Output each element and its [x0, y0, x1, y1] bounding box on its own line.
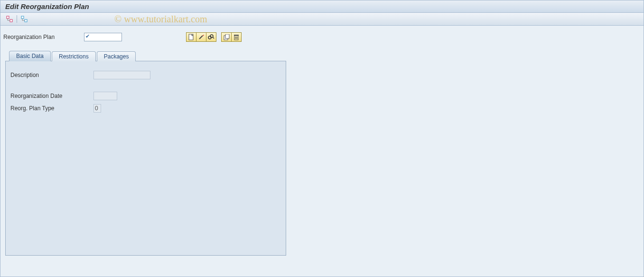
svg-rect-0 — [7, 16, 9, 19]
tabs: Basic Data Restrictions Packages — [9, 50, 641, 61]
app-toolbar: © www.tutorialkart.com — [0, 13, 644, 26]
type-field — [93, 104, 101, 113]
create-button[interactable] — [186, 32, 196, 42]
plan-input[interactable] — [84, 33, 122, 41]
tab-basic-data[interactable]: Basic Data — [9, 51, 51, 61]
svg-rect-20 — [234, 35, 239, 36]
type-row: Reorg. Plan Type — [10, 104, 281, 113]
date-label: Reorganization Date — [10, 93, 93, 99]
copy-button[interactable] — [221, 32, 232, 42]
tab-panel-basic-data: Description Reorganization Date Reorg. P… — [5, 61, 286, 256]
svg-rect-1 — [10, 19, 12, 22]
toolbar-separator — [17, 15, 17, 23]
description-field — [93, 71, 150, 79]
watermark-text: © www.tutorialkart.com — [114, 14, 207, 25]
description-row: Description — [10, 71, 281, 79]
svg-rect-5 — [25, 19, 27, 22]
plan-label: Reorganization Plan — [3, 34, 84, 40]
tab-packages[interactable]: Packages — [97, 51, 136, 61]
tab-restrictions[interactable]: Restrictions — [52, 51, 96, 61]
svg-rect-15 — [225, 34, 229, 38]
date-row: Reorganization Date — [10, 92, 281, 100]
hierarchy-expand-icon[interactable] — [4, 14, 15, 24]
hierarchy-collapse-icon[interactable] — [19, 14, 29, 24]
plan-row: Reorganization Plan ✔ — [3, 32, 641, 42]
delete-button[interactable] — [231, 32, 242, 42]
display-button[interactable] — [206, 32, 216, 42]
type-label: Reorg. Plan Type — [10, 105, 93, 112]
tabstrip: Basic Data Restrictions Packages Descrip… — [3, 50, 641, 256]
page-title: Edit Reorganization Plan — [0, 0, 644, 13]
svg-line-13 — [213, 37, 214, 38]
date-field — [93, 92, 117, 100]
action-button-strip — [186, 32, 242, 42]
svg-rect-4 — [21, 16, 24, 19]
content-area: Reorganization Plan ✔ Basi — [0, 26, 644, 258]
svg-line-9 — [199, 36, 203, 39]
description-label: Description — [10, 72, 93, 78]
change-button[interactable] — [196, 32, 206, 42]
